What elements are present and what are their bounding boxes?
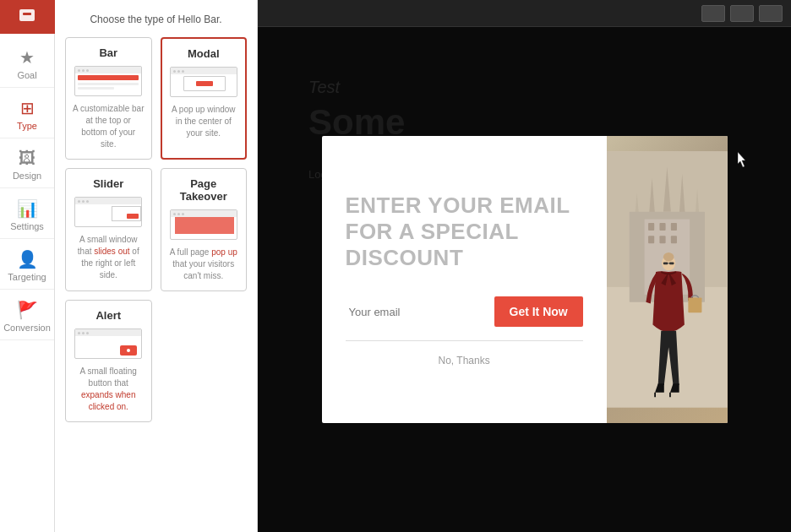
modal-popup: ENTER YOUR EMAIL FOR A SPECIAL DISCOUNT … [322, 136, 728, 423]
app-logo [0, 0, 55, 34]
alert-icon [73, 327, 145, 361]
type-card-bar[interactable]: Bar A customizable bar at the top or bot… [65, 37, 152, 160]
type-grid: Bar A customizable bar at the top or bot… [65, 37, 247, 422]
sidebar-item-type[interactable]: ⊞ Type [0, 88, 54, 138]
no-thanks-link[interactable]: No, Thanks [346, 355, 583, 366]
takeover-title: Page Takeover [168, 177, 240, 203]
modal-heading: ENTER YOUR EMAIL FOR A SPECIAL DISCOUNT [346, 193, 583, 272]
slider-title: Slider [73, 177, 145, 190]
bar-icon [73, 64, 145, 98]
preview-topbar [258, 0, 791, 27]
svg-rect-22 [688, 297, 701, 312]
modal-icon [169, 65, 239, 99]
type-icon: ⊞ [20, 98, 35, 118]
modal-left: ENTER YOUR EMAIL FOR A SPECIAL DISCOUNT … [322, 136, 607, 423]
sidebar-label-goal: Goal [17, 70, 36, 80]
svg-rect-14 [648, 236, 654, 243]
modal-overlay: ENTER YOUR EMAIL FOR A SPECIAL DISCOUNT … [258, 27, 791, 532]
targeting-icon: 👤 [17, 249, 38, 269]
takeover-icon [168, 208, 240, 242]
get-it-now-button[interactable]: Get It Now [494, 296, 583, 327]
svg-rect-1 [23, 13, 31, 15]
bar-title: Bar [73, 46, 145, 59]
type-panel: Choose the type of Hello Bar. Bar A cust… [55, 0, 258, 532]
conversion-icon: 🚩 [17, 300, 38, 320]
preview-btn-3[interactable] [759, 5, 783, 22]
modal-form: Get It Now [346, 296, 583, 341]
sidebar-item-settings[interactable]: 📊 Settings [0, 188, 54, 239]
svg-rect-20 [669, 262, 674, 264]
preview-btn-2[interactable] [730, 5, 754, 22]
preview-btn-1[interactable] [701, 5, 725, 22]
type-card-slider[interactable]: Slider A small window that slides out of… [65, 168, 152, 291]
slider-desc: A small window that slides out of the ri… [73, 234, 145, 281]
type-card-alert[interactable]: Alert A small floating button that expan… [65, 300, 152, 422]
sidebar-label-settings: Settings [10, 221, 44, 231]
panel-title: Choose the type of Hello Bar. [65, 14, 247, 25]
modal-title-card: Modal [169, 47, 239, 60]
sidebar: ★ Goal ⊞ Type 🖼 Design 📊 Settings 👤 Targ… [0, 0, 55, 532]
slider-icon [73, 195, 145, 229]
svg-rect-19 [663, 262, 668, 264]
svg-rect-15 [659, 236, 665, 243]
cursor [738, 152, 745, 162]
svg-rect-11 [648, 223, 654, 231]
type-card-page-takeover[interactable]: Page Takeover A full page pop up that yo… [161, 168, 248, 291]
sidebar-item-goal[interactable]: ★ Goal [0, 37, 54, 88]
sidebar-label-conversion: Conversion [3, 323, 51, 333]
svg-rect-12 [659, 223, 665, 231]
alert-desc: A small floating button that expands whe… [73, 366, 145, 413]
settings-icon: 📊 [17, 198, 38, 219]
preview-area: Test Some Log in here ENTER YOUR EMAIL F… [258, 0, 791, 532]
sidebar-item-design[interactable]: 🖼 Design [0, 138, 54, 188]
sidebar-label-design: Design [13, 171, 41, 181]
goal-icon: ★ [19, 47, 35, 68]
modal-desc: A pop up window in the center of your si… [169, 104, 239, 139]
design-icon: 🖼 [19, 149, 35, 168]
bar-desc: A customizable bar at the top or bottom … [73, 103, 145, 150]
sidebar-item-targeting[interactable]: 👤 Targeting [0, 239, 54, 290]
takeover-desc: A full page pop up that your visitors ca… [168, 247, 240, 282]
sidebar-label-type: Type [17, 121, 37, 131]
sidebar-item-conversion[interactable]: 🚩 Conversion [0, 290, 54, 340]
svg-point-18 [663, 252, 674, 262]
svg-rect-16 [671, 236, 677, 243]
svg-rect-13 [671, 223, 677, 231]
type-card-modal[interactable]: Modal A pop up window in the center of y… [161, 37, 248, 160]
modal-image [607, 136, 728, 423]
sidebar-label-targeting: Targeting [8, 272, 46, 282]
email-input[interactable] [346, 296, 494, 327]
alert-title: Alert [73, 309, 145, 322]
